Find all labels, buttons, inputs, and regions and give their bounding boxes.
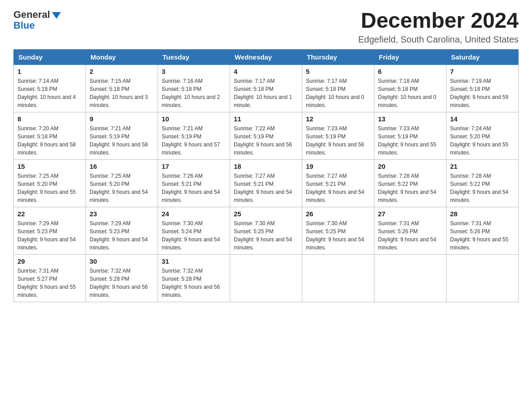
day-number: 31 [162,257,226,265]
calendar-cell: 10 Sunrise: 7:21 AM Sunset: 5:19 PM Dayl… [158,112,230,159]
calendar-cell: 9 Sunrise: 7:21 AM Sunset: 5:19 PM Dayli… [86,112,158,159]
day-info: Sunrise: 7:32 AM Sunset: 5:28 PM Dayligh… [162,267,226,299]
calendar-cell: 16 Sunrise: 7:25 AM Sunset: 5:20 PM Dayl… [86,159,158,207]
calendar-cell: 6 Sunrise: 7:18 AM Sunset: 5:18 PM Dayli… [374,64,446,112]
day-info: Sunrise: 7:14 AM Sunset: 5:18 PM Dayligh… [17,77,82,109]
calendar-cell: 20 Sunrise: 7:28 AM Sunset: 5:22 PM Dayl… [374,159,446,207]
day-number: 17 [162,163,226,170]
calendar-cell [446,254,519,302]
page-header: General Blue December 2024 Edgefield, So… [13,9,519,45]
day-info: Sunrise: 7:32 AM Sunset: 5:28 PM Dayligh… [90,267,154,299]
day-info: Sunrise: 7:28 AM Sunset: 5:22 PM Dayligh… [450,172,515,204]
calendar-cell: 17 Sunrise: 7:26 AM Sunset: 5:21 PM Dayl… [158,159,230,207]
calendar-cell [374,254,446,302]
calendar-cell: 2 Sunrise: 7:15 AM Sunset: 5:18 PM Dayli… [86,64,158,112]
day-number: 20 [378,163,442,170]
day-number: 8 [17,115,82,123]
calendar-cell: 8 Sunrise: 7:20 AM Sunset: 5:18 PM Dayli… [14,112,86,159]
day-number: 29 [17,257,82,265]
calendar-cell [302,254,374,302]
weekday-header-thursday: Thursday [302,49,374,64]
calendar-week-row: 22 Sunrise: 7:29 AM Sunset: 5:23 PM Dayl… [14,207,519,254]
calendar-cell: 18 Sunrise: 7:27 AM Sunset: 5:21 PM Dayl… [230,159,302,207]
day-number: 16 [90,163,154,170]
day-info: Sunrise: 7:23 AM Sunset: 5:19 PM Dayligh… [378,124,442,157]
day-number: 12 [306,115,370,123]
calendar-cell: 12 Sunrise: 7:23 AM Sunset: 5:19 PM Dayl… [302,112,374,159]
day-info: Sunrise: 7:16 AM Sunset: 5:18 PM Dayligh… [162,77,226,109]
day-number: 19 [306,163,370,170]
calendar-week-row: 8 Sunrise: 7:20 AM Sunset: 5:18 PM Dayli… [14,112,519,159]
weekday-header-row: SundayMondayTuesdayWednesdayThursdayFrid… [14,49,519,64]
weekday-header-saturday: Saturday [446,49,519,64]
calendar-cell: 29 Sunrise: 7:31 AM Sunset: 5:27 PM Dayl… [14,254,86,302]
day-number: 18 [234,163,298,170]
calendar-cell: 30 Sunrise: 7:32 AM Sunset: 5:28 PM Dayl… [86,254,158,302]
day-number: 15 [17,163,82,170]
day-number: 4 [234,68,298,75]
day-info: Sunrise: 7:29 AM Sunset: 5:23 PM Dayligh… [90,219,154,252]
day-info: Sunrise: 7:27 AM Sunset: 5:21 PM Dayligh… [306,172,370,204]
calendar-cell: 5 Sunrise: 7:17 AM Sunset: 5:18 PM Dayli… [302,64,374,112]
logo: General Blue [13,9,61,31]
calendar-cell: 21 Sunrise: 7:28 AM Sunset: 5:22 PM Dayl… [446,159,519,207]
day-info: Sunrise: 7:31 AM Sunset: 5:26 PM Dayligh… [450,219,515,252]
calendar-cell: 13 Sunrise: 7:23 AM Sunset: 5:19 PM Dayl… [374,112,446,159]
day-number: 11 [234,115,298,123]
calendar-cell: 15 Sunrise: 7:25 AM Sunset: 5:20 PM Dayl… [14,159,86,207]
day-number: 3 [162,68,226,75]
day-number: 7 [450,68,515,75]
day-info: Sunrise: 7:19 AM Sunset: 5:18 PM Dayligh… [450,77,515,109]
logo-text-general: General [13,9,50,21]
day-info: Sunrise: 7:30 AM Sunset: 5:25 PM Dayligh… [306,219,370,252]
calendar-cell: 26 Sunrise: 7:30 AM Sunset: 5:25 PM Dayl… [302,207,374,254]
weekday-header-friday: Friday [374,49,446,64]
calendar-cell: 24 Sunrise: 7:30 AM Sunset: 5:24 PM Dayl… [158,207,230,254]
calendar-cell: 28 Sunrise: 7:31 AM Sunset: 5:26 PM Dayl… [446,207,519,254]
day-number: 1 [17,68,82,75]
day-info: Sunrise: 7:27 AM Sunset: 5:21 PM Dayligh… [234,172,298,204]
calendar-cell: 27 Sunrise: 7:31 AM Sunset: 5:26 PM Dayl… [374,207,446,254]
weekday-header-tuesday: Tuesday [158,49,230,64]
calendar-cell [230,254,302,302]
month-title: December 2024 [358,9,519,33]
day-number: 26 [306,210,370,218]
day-info: Sunrise: 7:31 AM Sunset: 5:27 PM Dayligh… [17,267,82,299]
calendar-cell: 22 Sunrise: 7:29 AM Sunset: 5:23 PM Dayl… [14,207,86,254]
calendar-cell: 11 Sunrise: 7:22 AM Sunset: 5:19 PM Dayl… [230,112,302,159]
calendar-week-row: 29 Sunrise: 7:31 AM Sunset: 5:27 PM Dayl… [14,254,519,302]
day-info: Sunrise: 7:21 AM Sunset: 5:19 PM Dayligh… [90,124,154,157]
day-info: Sunrise: 7:20 AM Sunset: 5:18 PM Dayligh… [17,124,82,157]
calendar-week-row: 15 Sunrise: 7:25 AM Sunset: 5:20 PM Dayl… [14,159,519,207]
logo-triangle-icon [52,12,61,19]
day-info: Sunrise: 7:18 AM Sunset: 5:18 PM Dayligh… [378,77,442,109]
day-info: Sunrise: 7:23 AM Sunset: 5:19 PM Dayligh… [306,124,370,157]
weekday-header-sunday: Sunday [14,49,86,64]
day-info: Sunrise: 7:26 AM Sunset: 5:21 PM Dayligh… [162,172,226,204]
calendar-cell: 4 Sunrise: 7:17 AM Sunset: 5:18 PM Dayli… [230,64,302,112]
weekday-header-wednesday: Wednesday [230,49,302,64]
day-number: 14 [450,115,515,123]
calendar-cell: 3 Sunrise: 7:16 AM Sunset: 5:18 PM Dayli… [158,64,230,112]
day-info: Sunrise: 7:31 AM Sunset: 5:26 PM Dayligh… [378,219,442,252]
title-block: December 2024 Edgefield, South Carolina,… [358,9,519,45]
calendar-cell: 1 Sunrise: 7:14 AM Sunset: 5:18 PM Dayli… [14,64,86,112]
day-number: 2 [90,68,154,75]
logo-line2: Blue [13,20,35,31]
day-number: 30 [90,257,154,265]
day-info: Sunrise: 7:28 AM Sunset: 5:22 PM Dayligh… [378,172,442,204]
day-number: 27 [378,210,442,218]
day-number: 22 [17,210,82,218]
calendar-table: SundayMondayTuesdayWednesdayThursdayFrid… [13,49,519,302]
day-number: 5 [306,68,370,75]
day-number: 21 [450,163,515,170]
day-info: Sunrise: 7:25 AM Sunset: 5:20 PM Dayligh… [90,172,154,204]
calendar-week-row: 1 Sunrise: 7:14 AM Sunset: 5:18 PM Dayli… [14,64,519,112]
day-info: Sunrise: 7:30 AM Sunset: 5:25 PM Dayligh… [234,219,298,252]
logo-line1: General [13,9,61,21]
day-number: 9 [90,115,154,123]
day-number: 25 [234,210,298,218]
day-number: 6 [378,68,442,75]
day-info: Sunrise: 7:15 AM Sunset: 5:18 PM Dayligh… [90,77,154,109]
weekday-header-monday: Monday [86,49,158,64]
